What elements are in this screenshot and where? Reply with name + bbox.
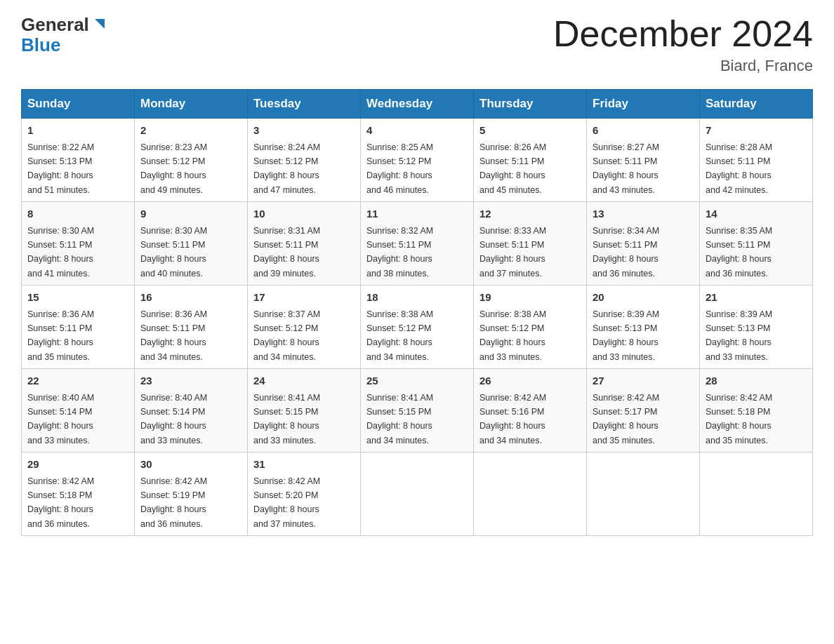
calendar-cell: 31 Sunrise: 8:42 AMSunset: 5:20 PMDaylig… xyxy=(248,452,361,536)
day-number: 20 xyxy=(593,290,694,306)
day-number: 29 xyxy=(27,457,128,473)
week-row-1: 1 Sunrise: 8:22 AMSunset: 5:13 PMDayligh… xyxy=(22,119,813,202)
header-monday: Monday xyxy=(135,90,248,119)
day-number: 27 xyxy=(593,373,694,389)
day-info: Sunrise: 8:41 AMSunset: 5:15 PMDaylight:… xyxy=(366,393,433,445)
header-sunday: Sunday xyxy=(22,90,135,119)
calendar-cell: 1 Sunrise: 8:22 AMSunset: 5:13 PMDayligh… xyxy=(22,119,135,202)
day-number: 4 xyxy=(366,123,468,139)
day-info: Sunrise: 8:25 AMSunset: 5:12 PMDaylight:… xyxy=(366,142,433,195)
calendar-cell: 6 Sunrise: 8:27 AMSunset: 5:11 PMDayligh… xyxy=(587,119,700,202)
header-friday: Friday xyxy=(587,90,700,119)
calendar-cell: 2 Sunrise: 8:23 AMSunset: 5:12 PMDayligh… xyxy=(135,119,248,202)
calendar-cell: 26 Sunrise: 8:42 AMSunset: 5:16 PMDaylig… xyxy=(474,369,587,452)
day-number: 16 xyxy=(140,290,241,306)
day-number: 14 xyxy=(706,206,807,222)
day-info: Sunrise: 8:30 AMSunset: 5:11 PMDaylight:… xyxy=(140,226,207,279)
day-info: Sunrise: 8:35 AMSunset: 5:11 PMDaylight:… xyxy=(706,226,772,279)
day-number: 28 xyxy=(706,373,807,389)
day-info: Sunrise: 8:22 AMSunset: 5:13 PMDaylight:… xyxy=(27,142,94,195)
day-info: Sunrise: 8:32 AMSunset: 5:11 PMDaylight:… xyxy=(366,226,433,279)
week-row-4: 22 Sunrise: 8:40 AMSunset: 5:14 PMDaylig… xyxy=(22,369,813,452)
header-tuesday: Tuesday xyxy=(248,90,361,119)
title-section: December 2024 Biard, France xyxy=(553,14,813,75)
logo-blue-text: Blue xyxy=(21,34,60,56)
week-row-3: 15 Sunrise: 8:36 AMSunset: 5:11 PMDaylig… xyxy=(22,286,813,369)
day-info: Sunrise: 8:38 AMSunset: 5:12 PMDaylight:… xyxy=(366,309,433,362)
day-info: Sunrise: 8:40 AMSunset: 5:14 PMDaylight:… xyxy=(27,393,94,445)
day-info: Sunrise: 8:30 AMSunset: 5:11 PMDaylight:… xyxy=(27,226,94,279)
day-info: Sunrise: 8:42 AMSunset: 5:19 PMDaylight:… xyxy=(140,476,207,529)
calendar-cell: 11 Sunrise: 8:32 AMSunset: 5:11 PMDaylig… xyxy=(361,202,474,286)
day-number: 30 xyxy=(140,457,241,473)
day-info: Sunrise: 8:36 AMSunset: 5:11 PMDaylight:… xyxy=(140,309,207,362)
day-info: Sunrise: 8:42 AMSunset: 5:18 PMDaylight:… xyxy=(27,476,94,529)
day-info: Sunrise: 8:42 AMSunset: 5:17 PMDaylight:… xyxy=(593,393,659,445)
calendar-cell xyxy=(361,452,474,536)
day-number: 1 xyxy=(27,123,128,139)
day-info: Sunrise: 8:40 AMSunset: 5:14 PMDaylight:… xyxy=(140,393,207,445)
day-number: 17 xyxy=(253,290,355,306)
header-saturday: Saturday xyxy=(700,90,813,119)
month-title: December 2024 xyxy=(553,14,813,54)
calendar-cell xyxy=(587,452,700,536)
calendar-cell: 18 Sunrise: 8:38 AMSunset: 5:12 PMDaylig… xyxy=(361,286,474,369)
day-number: 15 xyxy=(27,290,128,306)
calendar-cell: 16 Sunrise: 8:36 AMSunset: 5:11 PMDaylig… xyxy=(135,286,248,369)
day-info: Sunrise: 8:28 AMSunset: 5:11 PMDaylight:… xyxy=(706,142,772,195)
week-row-2: 8 Sunrise: 8:30 AMSunset: 5:11 PMDayligh… xyxy=(22,202,813,286)
calendar-cell: 8 Sunrise: 8:30 AMSunset: 5:11 PMDayligh… xyxy=(22,202,135,286)
day-number: 2 xyxy=(140,123,241,139)
page-header: General Blue December 2024 Biard, France xyxy=(21,14,813,75)
header-wednesday: Wednesday xyxy=(361,90,474,119)
day-number: 21 xyxy=(706,290,807,306)
day-number: 7 xyxy=(706,123,807,139)
logo: General Blue xyxy=(21,14,106,56)
day-number: 23 xyxy=(140,373,241,389)
calendar-cell: 3 Sunrise: 8:24 AMSunset: 5:12 PMDayligh… xyxy=(248,119,361,202)
day-number: 25 xyxy=(366,373,468,389)
day-info: Sunrise: 8:36 AMSunset: 5:11 PMDaylight:… xyxy=(27,309,94,362)
day-info: Sunrise: 8:24 AMSunset: 5:12 PMDaylight:… xyxy=(253,142,320,195)
calendar-cell: 20 Sunrise: 8:39 AMSunset: 5:13 PMDaylig… xyxy=(587,286,700,369)
calendar-cell: 7 Sunrise: 8:28 AMSunset: 5:11 PMDayligh… xyxy=(700,119,813,202)
day-info: Sunrise: 8:42 AMSunset: 5:20 PMDaylight:… xyxy=(253,476,320,529)
day-info: Sunrise: 8:42 AMSunset: 5:16 PMDaylight:… xyxy=(479,393,546,445)
header-thursday: Thursday xyxy=(474,90,587,119)
calendar-cell: 27 Sunrise: 8:42 AMSunset: 5:17 PMDaylig… xyxy=(587,369,700,452)
calendar-cell: 15 Sunrise: 8:36 AMSunset: 5:11 PMDaylig… xyxy=(22,286,135,369)
day-info: Sunrise: 8:37 AMSunset: 5:12 PMDaylight:… xyxy=(253,309,320,362)
calendar-cell: 23 Sunrise: 8:40 AMSunset: 5:14 PMDaylig… xyxy=(135,369,248,452)
calendar-cell: 13 Sunrise: 8:34 AMSunset: 5:11 PMDaylig… xyxy=(587,202,700,286)
day-number: 24 xyxy=(253,373,355,389)
calendar-cell: 22 Sunrise: 8:40 AMSunset: 5:14 PMDaylig… xyxy=(22,369,135,452)
logo-general-text: General xyxy=(21,14,89,36)
day-info: Sunrise: 8:27 AMSunset: 5:11 PMDaylight:… xyxy=(593,142,659,195)
calendar-cell: 9 Sunrise: 8:30 AMSunset: 5:11 PMDayligh… xyxy=(135,202,248,286)
day-number: 11 xyxy=(366,206,468,222)
day-number: 19 xyxy=(479,290,581,306)
logo-arrow-icon xyxy=(91,16,106,34)
day-number: 5 xyxy=(479,123,581,139)
day-number: 9 xyxy=(140,206,241,222)
day-number: 12 xyxy=(479,206,581,222)
calendar-cell: 25 Sunrise: 8:41 AMSunset: 5:15 PMDaylig… xyxy=(361,369,474,452)
calendar-cell: 5 Sunrise: 8:26 AMSunset: 5:11 PMDayligh… xyxy=(474,119,587,202)
calendar-cell xyxy=(474,452,587,536)
location-text: Biard, France xyxy=(553,57,813,75)
day-number: 8 xyxy=(27,206,128,222)
day-number: 6 xyxy=(593,123,694,139)
day-info: Sunrise: 8:31 AMSunset: 5:11 PMDaylight:… xyxy=(253,226,320,279)
day-number: 13 xyxy=(593,206,694,222)
calendar-cell xyxy=(700,452,813,536)
calendar-cell: 30 Sunrise: 8:42 AMSunset: 5:19 PMDaylig… xyxy=(135,452,248,536)
day-number: 10 xyxy=(253,206,355,222)
day-info: Sunrise: 8:34 AMSunset: 5:11 PMDaylight:… xyxy=(593,226,659,279)
day-number: 3 xyxy=(253,123,355,139)
day-number: 22 xyxy=(27,373,128,389)
day-number: 18 xyxy=(366,290,468,306)
day-info: Sunrise: 8:41 AMSunset: 5:15 PMDaylight:… xyxy=(253,393,320,445)
calendar-cell: 4 Sunrise: 8:25 AMSunset: 5:12 PMDayligh… xyxy=(361,119,474,202)
calendar-cell: 17 Sunrise: 8:37 AMSunset: 5:12 PMDaylig… xyxy=(248,286,361,369)
calendar-cell: 21 Sunrise: 8:39 AMSunset: 5:13 PMDaylig… xyxy=(700,286,813,369)
